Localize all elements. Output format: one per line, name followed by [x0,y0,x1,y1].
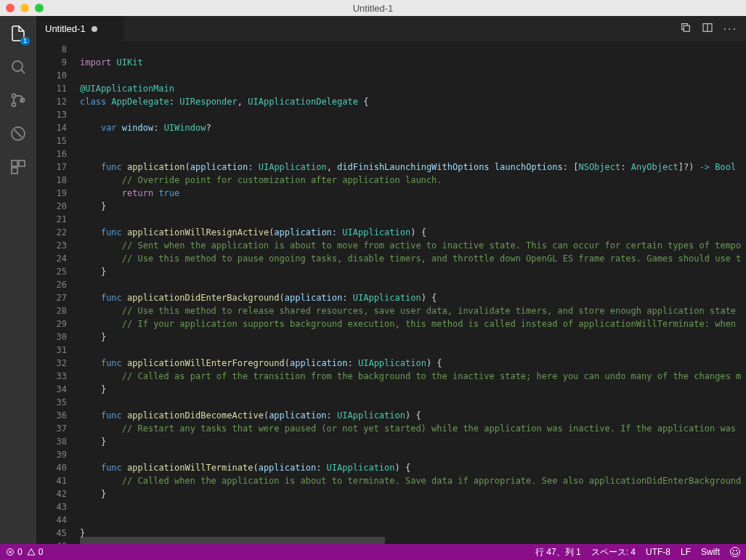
feedback-icon[interactable] [730,547,740,557]
status-warnings[interactable]: 0 [27,547,44,557]
window-zoom-button[interactable] [35,4,44,12]
svg-rect-9 [12,168,17,174]
status-encoding[interactable]: UTF-8 [646,547,670,557]
svg-line-1 [21,70,25,73]
code-editor[interactable]: 8910111213141516171819202122232425262728… [36,41,746,544]
status-errors[interactable]: 0 [6,547,23,557]
status-indentation[interactable]: スペース: 4 [591,546,636,559]
copy-icon[interactable] [680,22,692,36]
explorer-icon[interactable]: 1 [8,23,28,44]
tabs-bar: Untitled-1 ··· [36,16,746,41]
status-eol[interactable]: LF [681,547,691,557]
svg-rect-8 [19,161,25,166]
more-actions-icon[interactable]: ··· [723,23,737,36]
svg-point-2 [12,94,16,98]
horizontal-scrollbar[interactable] [80,537,385,544]
search-icon[interactable] [8,57,28,77]
explorer-badge: 1 [20,37,30,45]
status-bar: 0 0 行 47、列 1 スペース: 4 UTF-8 LF Swift [0,544,746,560]
titlebar: Untitled-1 [0,0,746,16]
window-title: Untitled-1 [353,3,394,14]
tab-label: Untitled-1 [45,23,86,34]
svg-point-3 [12,103,16,107]
status-cursor-position[interactable]: 行 47、列 1 [535,546,581,559]
debug-icon[interactable] [8,123,28,144]
extensions-icon[interactable] [8,157,28,177]
svg-rect-10 [684,25,689,31]
split-editor-icon[interactable] [702,22,713,36]
window-close-button[interactable] [6,4,15,12]
status-language[interactable]: Swift [701,547,720,557]
svg-point-0 [12,61,23,71]
code-content[interactable]: import UIKit @UIApplicationMainclass App… [80,41,746,544]
source-control-icon[interactable] [8,90,28,110]
tab-dirty-indicator-icon [92,26,97,32]
window-minimize-button[interactable] [20,4,29,12]
svg-rect-7 [12,161,17,166]
svg-line-6 [15,130,22,137]
activity-bar: 1 [0,16,36,544]
line-number-gutter: 8910111213141516171819202122232425262728… [36,41,80,544]
tab-untitled[interactable]: Untitled-1 [36,16,123,41]
